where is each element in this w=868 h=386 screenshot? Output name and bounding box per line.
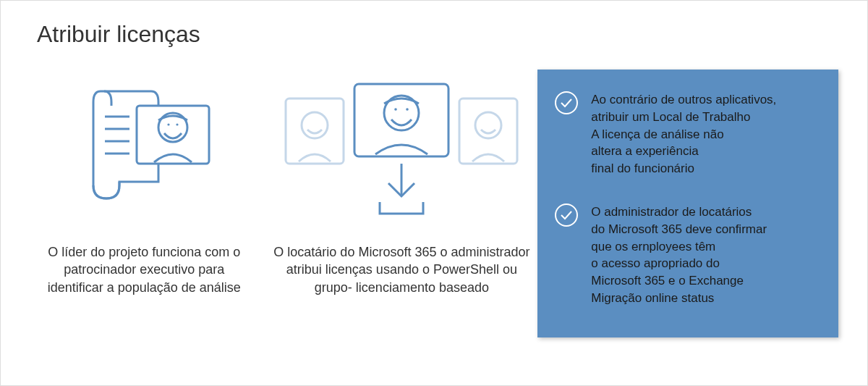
content-row: O líder do projeto funciona com o patroc…	[37, 70, 838, 337]
page-title: Atribuir licenças	[37, 21, 838, 48]
scroll-with-avatar-illustration	[72, 70, 216, 229]
column-project-leader: O líder do projeto funciona com o patroc…	[37, 70, 252, 296]
svg-point-9	[302, 112, 328, 138]
svg-point-11	[475, 112, 501, 138]
info-item-1: Ao contrário de outros aplicativos, atri…	[552, 91, 818, 177]
column-tenant-admin: O locatário do Microsoft 365 o administr…	[266, 70, 538, 296]
svg-point-14	[395, 108, 398, 111]
checkmark-circle-icon	[552, 88, 581, 117]
info-text-2: O administrador de locatários do Microso…	[591, 204, 818, 307]
svg-point-15	[407, 108, 409, 111]
scroll-icon	[72, 77, 216, 222]
svg-point-18	[556, 204, 577, 226]
checkmark-circle-icon	[552, 201, 581, 230]
svg-point-6	[168, 123, 170, 125]
download-icon	[278, 73, 524, 225]
slide: Atribuir licenças	[0, 0, 868, 386]
col2-caption: O locatário do Microsoft 365 o administr…	[266, 243, 538, 296]
blue-info-panel: Ao contrário de outros aplicativos, atri…	[537, 70, 838, 337]
svg-point-7	[176, 123, 179, 125]
info-text-1: Ao contrário de outros aplicativos, atri…	[591, 91, 818, 177]
svg-point-17	[556, 92, 577, 114]
col1-caption: O líder do projeto funciona com o patroc…	[37, 243, 252, 296]
download-avatars-illustration	[278, 70, 524, 229]
info-item-2: O administrador de locatários do Microso…	[552, 204, 818, 307]
